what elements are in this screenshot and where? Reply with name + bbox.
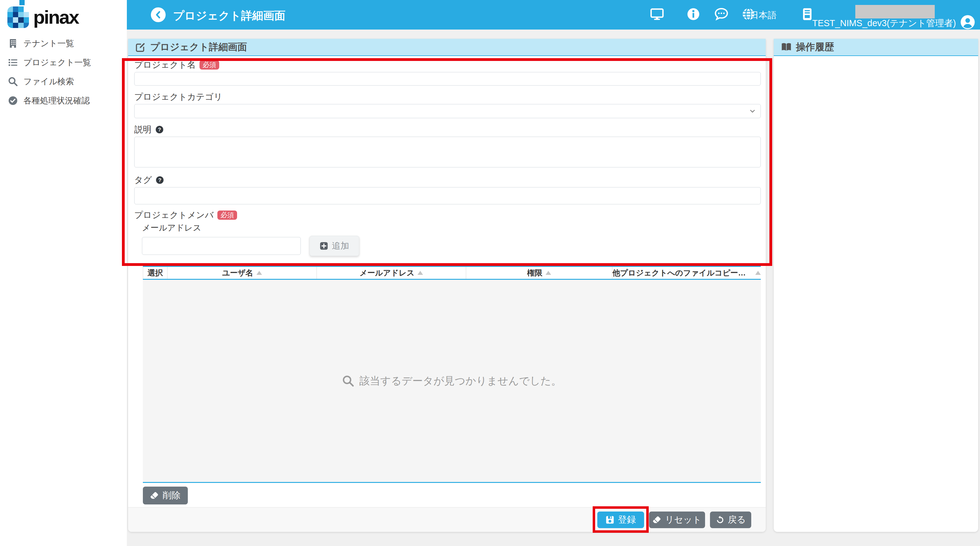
sidebar-item-label: プロジェクト一覧 [24, 57, 91, 68]
member-table-body: 該当するデータが見つかりませんでした。 [143, 280, 761, 483]
reset-button[interactable]: リセット [649, 511, 705, 528]
empty-message: 該当するデータが見つかりませんでした。 [359, 374, 562, 388]
sort-icon[interactable] [417, 271, 423, 275]
description-textarea[interactable] [134, 136, 761, 167]
sort-icon[interactable] [755, 271, 761, 275]
register-button[interactable]: 登録 [597, 511, 644, 528]
back-icon[interactable] [151, 7, 165, 22]
eraser-icon [150, 491, 159, 500]
undo-icon [716, 516, 724, 524]
column-header-permission: 権限 [527, 268, 542, 278]
sidebar-item-file-search[interactable]: ファイル検索 [0, 72, 127, 91]
sidebar-item-project-list[interactable]: プロジェクト一覧 [0, 53, 127, 72]
delete-button[interactable]: 削除 [143, 487, 188, 505]
logo-i-dot [19, 0, 25, 5]
logo-wordmark: pinax [33, 8, 78, 27]
column-header-select: 選択 [148, 268, 163, 278]
email-input[interactable] [142, 237, 301, 255]
history-header: 操作履歴 [774, 39, 978, 56]
tag-input[interactable] [134, 187, 761, 204]
operation-history-panel: 操作履歴 [774, 39, 978, 532]
book-icon [781, 42, 792, 52]
sidebar-nav: テナント一覧 プロジェクト一覧 ファイル検索 各種処理状況確認 [0, 30, 127, 110]
edit-icon [135, 42, 146, 52]
panel-title: プロジェクト詳細画面 [150, 41, 247, 54]
building-icon [8, 38, 18, 48]
eraser-icon [653, 516, 661, 524]
delete-button-label: 削除 [162, 489, 180, 502]
topbar-title: プロジェクト詳細画面 [173, 8, 285, 24]
member-label: プロジェクトメンバ [134, 211, 214, 220]
search-icon [8, 77, 18, 86]
list-icon [8, 57, 18, 67]
category-select[interactable] [134, 104, 761, 118]
app-screen: pinax テナント一覧 プロジェクト一覧 ファイル検索 各種処理状況確認 [0, 0, 980, 546]
back-button-label: 戻る [728, 514, 746, 526]
history-title: 操作履歴 [796, 41, 834, 54]
redacted-user-name [855, 5, 935, 19]
project-name-label: プロジェクト名 [134, 60, 196, 70]
sort-icon[interactable] [256, 271, 262, 275]
sidebar-item-process-status[interactable]: 各種処理状況確認 [0, 91, 127, 110]
topbar: プロジェクト詳細画面 日本語 TEST_NIMS_dev3(テナント管理者) [127, 0, 980, 30]
empty-state: 該当するデータが見つかりませんでした。 [342, 374, 562, 388]
search-icon [342, 375, 355, 387]
sidebar-item-label: 各種処理状況確認 [24, 95, 90, 106]
language-label[interactable]: 日本語 [750, 9, 776, 22]
member-table-header: 選択 ユーザ名 メールアドレス 権限 他プロジェクトへのファイルコピー許… [143, 267, 761, 280]
column-header-username: ユーザ名 [222, 268, 253, 278]
sidebar-item-tenant-list[interactable]: テナント一覧 [0, 34, 127, 53]
email-label: メールアドレス [142, 222, 761, 233]
app-logo[interactable]: pinax [0, 0, 127, 30]
reset-button-label: リセット [665, 514, 702, 526]
svg-text:?: ? [158, 127, 161, 133]
tag-label: タグ [134, 175, 152, 185]
column-header-copy-permission: 他プロジェクトへのファイルコピー許… [612, 268, 752, 278]
plus-square-icon [320, 241, 328, 250]
column-header-email: メールアドレス [360, 268, 415, 278]
project-name-input[interactable] [134, 72, 761, 86]
info-icon[interactable] [687, 7, 700, 21]
help-icon[interactable]: ? [156, 176, 164, 184]
project-detail-panel: プロジェクト詳細画面 プロジェクト名 必須 プロジェクトカテゴリ 説明 ? [128, 39, 766, 532]
description-label: 説明 [134, 125, 151, 134]
user-name-label: TEST_NIMS_dev3(テナント管理者) [812, 17, 956, 30]
project-form: プロジェクト名 必須 プロジェクトカテゴリ 説明 ? タグ ? [128, 56, 766, 256]
member-table: 選択 ユーザ名 メールアドレス 権限 他プロジェクトへのファイルコピー許… 該当… [143, 266, 761, 483]
back-button[interactable]: 戻る [710, 511, 751, 528]
avatar-icon[interactable] [960, 15, 975, 30]
sidebar-item-label: テナント一覧 [24, 38, 74, 49]
register-button-label: 登録 [618, 514, 636, 526]
svg-text:?: ? [158, 177, 161, 183]
pinax-logo-icon [7, 6, 29, 28]
footer-actions: 登録 リセット 戻る [128, 507, 766, 532]
monitor-icon[interactable] [650, 7, 664, 21]
add-member-button[interactable]: 追加 [309, 236, 359, 256]
panel-header: プロジェクト詳細画面 [128, 39, 766, 56]
sort-icon[interactable] [546, 271, 551, 275]
category-label: プロジェクトカテゴリ [134, 92, 223, 102]
required-badge: 必須 [217, 211, 237, 220]
help-icon[interactable]: ? [155, 125, 164, 134]
sidebar-item-label: ファイル検索 [24, 76, 74, 87]
save-icon [606, 516, 614, 524]
chat-icon[interactable] [714, 7, 728, 21]
add-button-label: 追加 [332, 240, 349, 252]
required-badge: 必須 [199, 60, 219, 70]
sidebar: pinax テナント一覧 プロジェクト一覧 ファイル検索 各種処理状況確認 [0, 0, 127, 546]
check-circle-icon [8, 96, 18, 106]
